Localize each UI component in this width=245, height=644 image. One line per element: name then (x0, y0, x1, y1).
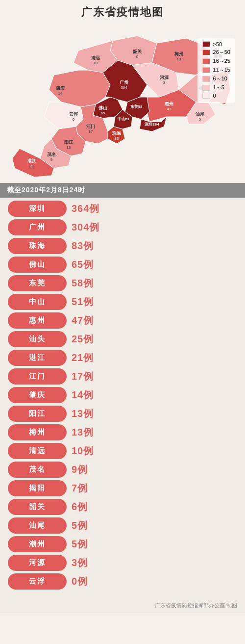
city-name-label: 东莞 (8, 275, 67, 291)
svg-text:21: 21 (30, 164, 34, 168)
city-name-label: 深圳 (8, 201, 67, 217)
city-name-label: 惠州 (8, 312, 67, 329)
city-count-label: 83例 (72, 239, 94, 253)
city-name-label: 阳江 (8, 406, 67, 422)
map-container: 韶关 6 清远 10 梅州 13 潮州 5 河源 3 肇庆 14 广州 304 … (5, 24, 240, 180)
svg-text:云浮: 云浮 (69, 112, 78, 117)
city-count-label: 7例 (72, 482, 88, 495)
svg-text:惠州: 惠州 (164, 102, 173, 106)
svg-text:14: 14 (58, 91, 63, 96)
date-banner: 截至2020年2月8日24时 (0, 183, 245, 198)
city-name-label: 广州 (8, 219, 67, 235)
svg-text:肇庆: 肇庆 (56, 85, 65, 91)
city-name-label: 中山 (8, 294, 67, 310)
city-name-label: 汕头 (8, 331, 67, 347)
city-count-label: 5例 (72, 538, 88, 551)
city-name-label: 汕尾 (8, 517, 67, 534)
legend-color-11-15 (202, 67, 210, 73)
svg-text:13: 13 (67, 145, 71, 150)
svg-text:阳江: 阳江 (64, 140, 74, 145)
city-count-label: 25例 (72, 333, 94, 346)
list-row: 广州304例 (8, 219, 237, 235)
svg-text:0: 0 (73, 117, 75, 122)
svg-text:江门: 江门 (86, 124, 95, 129)
list-row: 韶关6例 (8, 499, 237, 515)
city-name-label: 清远 (8, 443, 67, 459)
legend-label: 11～15 (213, 66, 230, 74)
city-name-label: 梅州 (8, 424, 67, 440)
legend-color-0 (202, 93, 210, 99)
map-title: 广东省疫情地图 (5, 5, 240, 20)
svg-text:梅州: 梅州 (174, 52, 183, 56)
list-row: 河源3例 (8, 555, 237, 571)
list-row: 江门17例 (8, 368, 237, 385)
svg-text:17: 17 (89, 129, 93, 134)
legend-label: 1～5 (213, 84, 224, 91)
legend-label: 6～10 (213, 75, 227, 82)
city-count-label: 0例 (72, 575, 88, 588)
list-row: 佛山65例 (8, 257, 237, 273)
city-name-label: 湛江 (8, 350, 67, 366)
list-row: 清远10例 (8, 443, 237, 459)
list-row: 东莞58例 (8, 275, 237, 291)
city-count-label: 51例 (72, 295, 94, 309)
list-row: 云浮0例 (8, 573, 237, 590)
svg-text:304: 304 (121, 85, 127, 90)
svg-text:汕尾: 汕尾 (195, 112, 204, 117)
legend-item: 6～10 (202, 75, 230, 82)
list-row: 珠海83例 (8, 238, 237, 254)
legend-label: 16～25 (213, 57, 230, 65)
city-count-label: 65例 (72, 258, 94, 271)
svg-text:中山51: 中山51 (118, 117, 130, 121)
footer: 广东省疫情防控指挥部办公室 制图 (0, 600, 245, 613)
svg-text:9: 9 (50, 157, 53, 162)
city-name-label: 潮州 (8, 536, 67, 552)
legend-color-16-25 (202, 58, 210, 64)
city-count-label: 3例 (72, 556, 88, 569)
legend-color-6-10 (202, 76, 210, 82)
svg-text:清远: 清远 (91, 55, 100, 60)
svg-text:3: 3 (163, 80, 166, 85)
list-row: 茂名9例 (8, 462, 237, 478)
city-count-label: 47例 (72, 314, 94, 327)
city-count-label: 13例 (72, 407, 94, 420)
city-name-label: 珠海 (8, 238, 67, 254)
svg-text:湛江: 湛江 (27, 158, 37, 163)
svg-text:韶关: 韶关 (133, 49, 142, 54)
city-count-label: 17例 (72, 370, 94, 383)
legend-item: 0 (202, 93, 230, 99)
svg-text:茂名: 茂名 (47, 152, 56, 157)
city-count-label: 21例 (72, 351, 94, 364)
svg-text:13: 13 (177, 57, 181, 61)
list-section: 深圳364例广州304例珠海83例佛山65例东莞58例中山51例惠州47例汕头2… (0, 198, 245, 600)
svg-text:65: 65 (101, 111, 105, 115)
svg-text:6: 6 (136, 54, 139, 59)
city-count-label: 304例 (72, 221, 99, 234)
svg-text:83: 83 (115, 136, 119, 141)
svg-text:佛山: 佛山 (98, 105, 107, 110)
city-name-label: 佛山 (8, 257, 67, 273)
list-row: 汕尾5例 (8, 517, 237, 534)
legend-item: 1～5 (202, 84, 230, 91)
city-count-label: 6例 (72, 500, 88, 514)
legend-item: 11～15 (202, 66, 230, 74)
legend: >50 26～50 16～25 11～15 6～10 (197, 38, 235, 103)
svg-text:珠海: 珠海 (112, 131, 122, 136)
city-count-label: 13例 (72, 426, 94, 439)
legend-label: 0 (213, 93, 216, 99)
legend-color-26-50 (202, 50, 210, 55)
legend-color-gt50 (202, 41, 210, 47)
city-name-label: 茂名 (8, 462, 67, 478)
city-count-label: 14例 (72, 388, 94, 402)
list-row: 肇庆14例 (8, 387, 237, 403)
list-row: 揭阳7例 (8, 480, 237, 496)
list-row: 中山51例 (8, 294, 237, 310)
city-name-label: 河源 (8, 555, 67, 571)
legend-label: >50 (213, 41, 222, 47)
svg-text:河源: 河源 (160, 75, 169, 80)
page-wrapper: 广东省疫情地图 (0, 0, 245, 613)
list-row: 深圳364例 (8, 201, 237, 217)
legend-item: 16～25 (202, 57, 230, 65)
svg-text:广州: 广州 (119, 79, 128, 85)
list-row: 潮州5例 (8, 536, 237, 552)
